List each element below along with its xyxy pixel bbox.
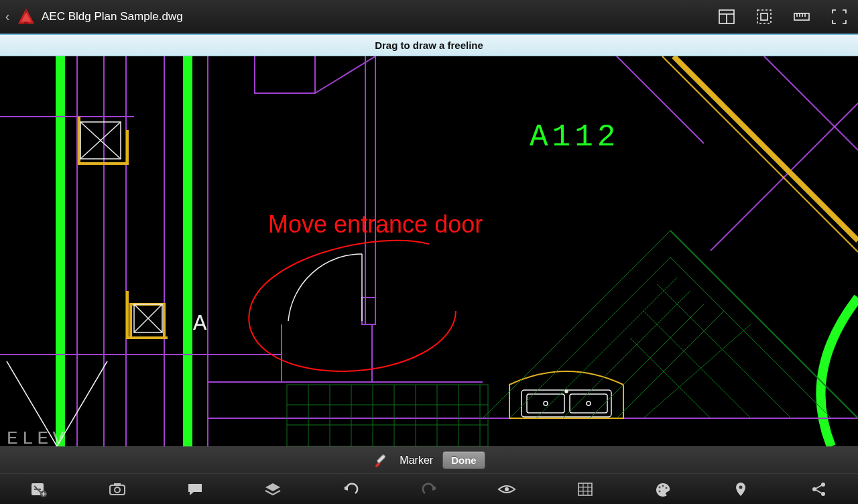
bottom-toolbar: [0, 473, 858, 504]
svg-line-25: [617, 56, 704, 143]
svg-marker-77: [344, 485, 348, 491]
eye-icon: [497, 481, 516, 497]
speech-bubble-icon: [186, 481, 204, 497]
svg-line-63: [617, 311, 724, 418]
annotation-text[interactable]: Move entrance door: [268, 210, 483, 239]
svg-rect-7: [761, 13, 768, 20]
elev-label: ELEV: [7, 428, 68, 446]
palette-tool[interactable]: [647, 476, 679, 503]
svg-rect-43: [570, 394, 607, 413]
undo-tool[interactable]: [335, 476, 367, 503]
svg-line-68: [630, 338, 711, 418]
fullscreen-button[interactable]: [820, 0, 858, 34]
svg-rect-47: [287, 385, 488, 446]
svg-line-69: [670, 231, 858, 418]
map-pin-icon: [731, 481, 750, 497]
svg-point-86: [662, 485, 664, 487]
undo-icon: [342, 481, 361, 497]
grid-icon: [576, 481, 595, 497]
context-tool-label[interactable]: Marker: [400, 454, 433, 466]
share-icon: [810, 481, 829, 497]
svg-line-64: [644, 324, 751, 418]
svg-marker-78: [432, 485, 436, 491]
fullscreen-icon: [830, 7, 849, 26]
svg-line-26: [764, 56, 858, 150]
add-note-tool[interactable]: [23, 476, 55, 503]
svg-rect-30: [362, 298, 375, 324]
svg-point-44: [544, 401, 548, 405]
svg-line-65: [670, 257, 831, 418]
top-bar: ‹ AEC Bldg Plan Sample.dwg: [0, 0, 858, 34]
svg-line-61: [563, 291, 690, 418]
drawing-canvas[interactable]: A112 A ELEV Move entrance door: [0, 56, 858, 446]
back-button[interactable]: ‹: [0, 9, 15, 24]
layers-icon: [263, 481, 282, 497]
layout-icon: [717, 7, 736, 26]
svg-point-45: [587, 401, 591, 405]
svg-point-85: [658, 486, 660, 488]
svg-line-62: [590, 304, 704, 418]
svg-point-46: [565, 390, 568, 393]
svg-point-79: [505, 487, 509, 491]
note-plus-icon: [29, 481, 48, 497]
label-a: A: [193, 311, 206, 336]
camera-tool[interactable]: [101, 476, 133, 503]
view-mode-button[interactable]: [708, 0, 745, 34]
room-label: A112: [530, 120, 619, 155]
marker-pin-tool[interactable]: [725, 476, 757, 503]
visibility-tool[interactable]: [491, 476, 523, 503]
hint-banner: Drag to draw a freeline: [0, 34, 858, 56]
comment-tool[interactable]: [179, 476, 211, 503]
svg-line-27: [711, 103, 858, 251]
svg-marker-76: [265, 483, 280, 491]
svg-line-94: [816, 490, 822, 493]
svg-point-87: [665, 487, 667, 489]
svg-rect-6: [757, 10, 771, 23]
autocad-icon: [16, 7, 36, 27]
done-button[interactable]: Done: [442, 451, 485, 469]
share-tool[interactable]: [803, 476, 835, 503]
cad-drawing: [0, 56, 858, 446]
svg-point-89: [739, 485, 743, 489]
app-logo[interactable]: [15, 5, 38, 28]
svg-rect-70: [377, 454, 385, 462]
measure-icon: [792, 7, 811, 26]
svg-line-93: [816, 485, 822, 489]
svg-rect-80: [578, 483, 592, 495]
file-title: AEC Bldg Plan Sample.dwg: [42, 10, 183, 23]
svg-point-74: [115, 487, 120, 493]
hint-text: Drag to draw a freeline: [375, 40, 483, 51]
palette-icon: [654, 481, 672, 497]
redo-icon: [420, 481, 438, 497]
selection-icon: [755, 7, 774, 26]
layers-tool[interactable]: [257, 476, 289, 503]
annotation-circle: [249, 241, 456, 371]
marker-context-bar: Marker Done: [0, 446, 858, 473]
svg-rect-75: [114, 483, 121, 486]
brush-icon: [373, 450, 390, 470]
svg-line-32: [674, 56, 858, 241]
svg-rect-42: [527, 394, 564, 413]
select-area-button[interactable]: [745, 0, 783, 34]
camera-icon: [108, 481, 127, 497]
measure-button[interactable]: [783, 0, 820, 34]
grid-snap-tool[interactable]: [569, 476, 601, 503]
svg-point-88: [658, 490, 660, 492]
svg-line-33: [662, 56, 858, 252]
redo-tool: [413, 476, 445, 503]
svg-line-66: [657, 284, 791, 418]
svg-line-60: [536, 277, 677, 418]
svg-line-67: [644, 311, 751, 418]
